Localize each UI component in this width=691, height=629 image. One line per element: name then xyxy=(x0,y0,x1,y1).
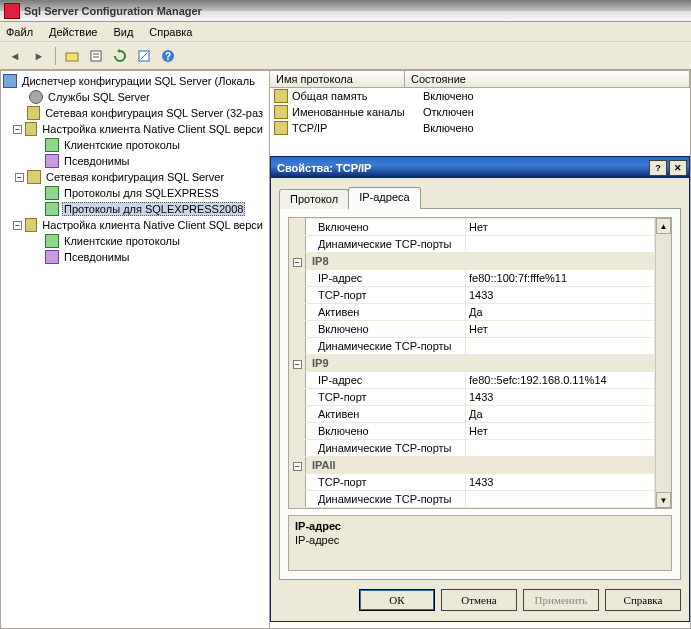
server-icon xyxy=(3,74,17,88)
tree-netcfg[interactable]: −Сетевая конфигурация SQL Server xyxy=(1,169,269,185)
description-panel: IP-адрес IP-адрес xyxy=(288,515,672,571)
tree-root[interactable]: Диспетчер конфигурации SQL Server (Локал… xyxy=(1,73,269,89)
refresh-icon xyxy=(113,49,127,63)
property-grid[interactable]: ВключеноНет Динамические TCP-порты −IP8 … xyxy=(288,217,672,509)
tree-aliases[interactable]: Псевдонимы xyxy=(1,153,269,169)
properties-dialog: Свойства: TCP/IP ? ✕ Протокол IP-адреса … xyxy=(270,156,690,622)
dialog-title: Свойства: TCP/IP xyxy=(277,162,371,174)
gear-icon xyxy=(29,90,43,104)
scrollbar[interactable]: ▲ ▼ xyxy=(655,218,671,508)
tree-view[interactable]: Диспетчер конфигурации SQL Server (Локал… xyxy=(0,70,270,629)
back-button: ◄ xyxy=(4,45,26,67)
protocol-icon xyxy=(274,89,288,103)
protocol-icon xyxy=(45,186,59,200)
app-icon xyxy=(4,3,20,19)
protocol-icon xyxy=(45,202,59,216)
window-titlebar: Sql Server Configuration Manager xyxy=(0,0,691,22)
client-icon xyxy=(25,122,38,136)
alias-icon xyxy=(45,250,59,264)
help-button[interactable]: Справка xyxy=(605,589,681,611)
properties-button[interactable] xyxy=(85,45,107,67)
help-button[interactable]: ? xyxy=(157,45,179,67)
refresh-button[interactable] xyxy=(109,45,131,67)
scroll-down-button[interactable]: ▼ xyxy=(656,492,671,508)
ok-button[interactable]: ОК xyxy=(359,589,435,611)
help-icon: ? xyxy=(161,49,175,63)
close-button[interactable]: ✕ xyxy=(669,160,687,176)
svg-rect-0 xyxy=(66,53,78,61)
toolbar: ◄ ► ? xyxy=(0,42,691,70)
protocol-icon xyxy=(274,105,288,119)
tree-client-bot[interactable]: −Настройка клиента Native Client SQL вер… xyxy=(1,217,269,233)
menu-file[interactable]: Файл xyxy=(6,26,33,38)
list-header: Имя протокола Состояние xyxy=(270,70,691,88)
up-button[interactable] xyxy=(61,45,83,67)
export-button[interactable] xyxy=(133,45,155,67)
tab-protocol[interactable]: Протокол xyxy=(279,189,349,209)
tab-ip-addresses[interactable]: IP-адреса xyxy=(348,187,420,209)
export-icon xyxy=(137,49,151,63)
collapse-icon[interactable]: − xyxy=(15,173,24,182)
tree-proto-sqlexpress2008[interactable]: Протоколы для SQLEXPRESS2008 xyxy=(1,201,269,217)
network-icon xyxy=(27,106,40,120)
tree-proto-sqlexpress[interactable]: Протоколы для SQLEXPRESS xyxy=(1,185,269,201)
menubar: Файл Действие Вид Справка xyxy=(0,22,691,42)
window-title: Sql Server Configuration Manager xyxy=(24,5,202,17)
tree-client-proto[interactable]: Клиентские протоколы xyxy=(1,137,269,153)
apply-button: Применить xyxy=(523,589,599,611)
collapse-icon[interactable]: − xyxy=(13,221,21,230)
list-item[interactable]: TCP/IPВключено xyxy=(270,120,690,136)
col-protocol-name[interactable]: Имя протокола xyxy=(270,71,405,87)
dialog-titlebar[interactable]: Свойства: TCP/IP ? ✕ xyxy=(271,157,689,178)
tree-services[interactable]: Службы SQL Server xyxy=(1,89,269,105)
cancel-button[interactable]: Отмена xyxy=(441,589,517,611)
col-state[interactable]: Состояние xyxy=(405,71,690,87)
menu-action[interactable]: Действие xyxy=(49,26,97,38)
collapse-icon[interactable]: − xyxy=(293,258,302,267)
description-title: IP-адрес xyxy=(295,520,665,532)
collapse-icon[interactable]: − xyxy=(293,360,302,369)
menu-view[interactable]: Вид xyxy=(113,26,133,38)
protocol-icon xyxy=(274,121,288,135)
tree-client-top[interactable]: −Настройка клиента Native Client SQL вер… xyxy=(1,121,269,137)
properties-icon xyxy=(89,49,103,63)
list-item[interactable]: Именованные каналыОтключен xyxy=(270,104,690,120)
list-item[interactable]: Общая памятьВключено xyxy=(270,88,690,104)
client-icon xyxy=(25,218,38,232)
folder-up-icon xyxy=(65,49,79,63)
forward-button: ► xyxy=(28,45,50,67)
menu-help[interactable]: Справка xyxy=(149,26,192,38)
alias-icon xyxy=(45,154,59,168)
svg-text:?: ? xyxy=(165,51,171,62)
protocol-icon xyxy=(45,138,59,152)
tree-client-proto2[interactable]: Клиентские протоколы xyxy=(1,233,269,249)
protocol-icon xyxy=(45,234,59,248)
context-help-button[interactable]: ? xyxy=(649,160,667,176)
collapse-icon[interactable]: − xyxy=(13,125,21,134)
scroll-up-button[interactable]: ▲ xyxy=(656,218,671,234)
network-icon xyxy=(27,170,41,184)
tree-aliases2[interactable]: Псевдонимы xyxy=(1,249,269,265)
description-text: IP-адрес xyxy=(295,534,665,546)
collapse-icon[interactable]: − xyxy=(293,462,302,471)
tree-netcfg32[interactable]: Сетевая конфигурация SQL Server (32-раз xyxy=(1,105,269,121)
svg-rect-1 xyxy=(91,51,101,61)
